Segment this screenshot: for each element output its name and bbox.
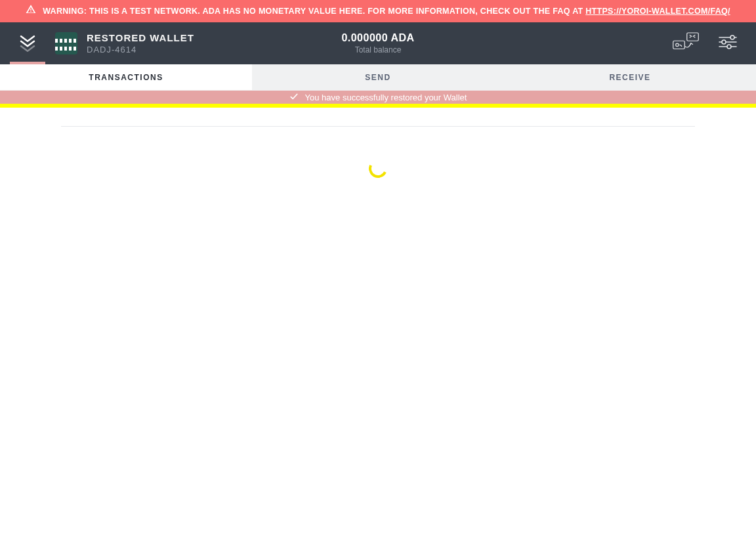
tab-label: SEND — [365, 73, 390, 82]
tab-transactions[interactable]: TRANSACTIONS — [0, 64, 252, 90]
wallet-avatar-icon — [55, 32, 77, 54]
loading-spinner-icon — [366, 157, 390, 181]
checkmark-icon — [289, 92, 299, 103]
test-network-warning-banner: WARNING: THIS IS A TEST NETWORK. ADA HAS… — [0, 0, 756, 22]
warning-icon — [26, 4, 36, 18]
balance-label: Total balance — [341, 45, 414, 54]
wallet-header: RESTORED WALLET DADJ-4614 0.000000 ADA T… — [0, 22, 756, 64]
warning-text: WARNING: THIS IS A TEST NETWORK. ADA HAS… — [43, 7, 585, 16]
tab-label: RECEIVE — [609, 73, 650, 82]
tab-receive[interactable]: RECEIVE — [504, 64, 756, 90]
wallet-tabs: TRANSACTIONS SEND RECEIVE — [0, 64, 756, 91]
balance-block: 0.000000 ADA Total balance — [341, 32, 414, 54]
app-logo-icon — [18, 32, 37, 54]
svg-rect-0 — [687, 33, 699, 41]
svg-point-8 — [727, 45, 731, 49]
tab-send[interactable]: SEND — [252, 64, 504, 90]
wallet-id: DADJ-4614 — [87, 45, 194, 54]
content-divider — [61, 126, 695, 127]
svg-point-4 — [730, 35, 734, 39]
wallet-name: RESTORED WALLET — [87, 32, 194, 43]
faq-link[interactable]: HTTPS://YOROI-WALLET.COM/FAQ/ — [585, 7, 730, 16]
restore-success-message: You have successfully restored your Wall… — [305, 93, 467, 102]
wallet-info[interactable]: RESTORED WALLET DADJ-4614 — [55, 32, 194, 54]
active-wallet-indicator — [10, 62, 45, 64]
restore-success-bar: You have successfully restored your Wall… — [0, 91, 756, 108]
svg-point-6 — [722, 40, 726, 44]
settings-icon[interactable] — [718, 34, 738, 53]
svg-point-2 — [676, 43, 679, 46]
transactions-panel — [0, 108, 756, 178]
portfolio-icon[interactable] — [672, 31, 700, 56]
balance-amount: 0.000000 ADA — [341, 32, 414, 44]
tab-label: TRANSACTIONS — [89, 73, 163, 82]
app-menu-button[interactable] — [0, 22, 55, 64]
